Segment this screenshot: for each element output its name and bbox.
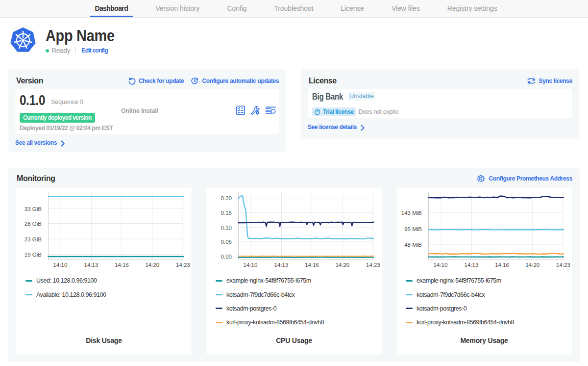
svg-text:14:23: 14:23 — [366, 262, 380, 268]
svg-text:19 GiB: 19 GiB — [24, 252, 42, 258]
svg-text:143 MiB: 143 MiB — [401, 210, 422, 216]
svg-text:14:20: 14:20 — [525, 262, 539, 268]
svg-text:14:13: 14:13 — [274, 262, 289, 268]
svg-text:95 MiB: 95 MiB — [404, 226, 422, 232]
svg-text:14:23: 14:23 — [176, 262, 190, 268]
svg-text:14:23: 14:23 — [556, 262, 570, 268]
svg-text:0.10: 0.10 — [221, 225, 232, 231]
svg-text:14:10: 14:10 — [53, 262, 68, 268]
svg-text:14:10: 14:10 — [244, 262, 258, 268]
svg-text:14:16: 14:16 — [305, 262, 319, 268]
svg-text:0.20: 0.20 — [221, 195, 232, 201]
svg-text:14:13: 14:13 — [465, 262, 479, 268]
svg-text:14:20: 14:20 — [145, 262, 159, 268]
svg-text:48 MiB: 48 MiB — [404, 242, 422, 248]
svg-text:33 GiB: 33 GiB — [24, 206, 42, 212]
svg-text:14:20: 14:20 — [335, 262, 349, 268]
svg-text:0.00: 0.00 — [221, 254, 232, 260]
svg-text:28 GiB: 28 GiB — [24, 221, 42, 227]
svg-text:0.05: 0.05 — [221, 239, 232, 245]
svg-text:14:10: 14:10 — [434, 262, 448, 268]
svg-text:14:16: 14:16 — [495, 262, 509, 268]
svg-text:0.15: 0.15 — [221, 210, 232, 216]
svg-text:14:16: 14:16 — [115, 262, 129, 268]
svg-text:23 GiB: 23 GiB — [24, 236, 42, 242]
svg-text:14:13: 14:13 — [84, 262, 98, 268]
